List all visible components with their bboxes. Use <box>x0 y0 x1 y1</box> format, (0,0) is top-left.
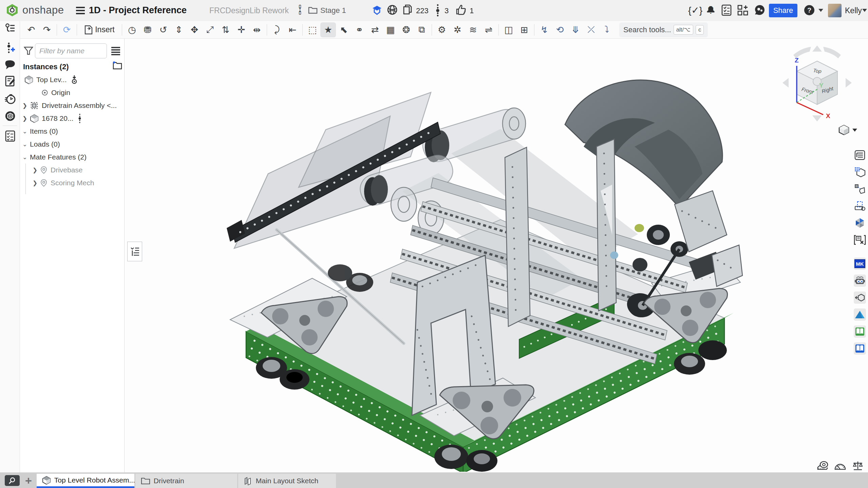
expand-chevron-icon[interactable]: ❯ <box>33 167 40 174</box>
blue-book-app-icon[interactable] <box>854 342 866 355</box>
collapse-chevron-icon[interactable]: ⌄ <box>22 141 30 148</box>
planar-mate-icon[interactable]: ✥ <box>187 22 202 37</box>
workspace-name[interactable]: Stage 1 <box>320 6 346 15</box>
belt-relation-icon[interactable]: ⇌ <box>481 22 496 37</box>
tape-measure-icon[interactable] <box>816 459 829 472</box>
tree-item-top-level[interactable]: Top Lev... <box>24 73 78 86</box>
search-tabs-button[interactable] <box>5 475 20 486</box>
ai-advisor-icon[interactable] <box>754 4 766 16</box>
graphics-viewport[interactable]: Top Front Right Z X Y <box>125 39 868 472</box>
checklist-icon[interactable] <box>4 130 16 142</box>
cylindrical-mate-icon[interactable]: ⤢ <box>202 22 218 37</box>
named-views-icon[interactable] <box>854 200 866 212</box>
snap-mode-icon[interactable]: ⤸ <box>269 22 285 37</box>
tree-item-1678[interactable]: ❯ 1678 20... <box>22 112 81 125</box>
share-button[interactable]: Share <box>769 4 797 17</box>
tree-item-origin[interactable]: Origin <box>41 86 70 99</box>
green-book-app-icon[interactable] <box>854 325 866 338</box>
collapse-chevron-icon[interactable]: ⌄ <box>22 128 30 135</box>
hamburger-menu-icon[interactable] <box>75 6 86 15</box>
list-view-icon[interactable] <box>111 46 121 56</box>
tree-item-scoring-mech[interactable]: ❯ Scoring Mech <box>33 176 94 189</box>
export-cube-app-icon[interactable] <box>854 292 866 304</box>
robot-assembly-model[interactable] <box>214 45 753 472</box>
bom-panel-icon[interactable] <box>854 149 866 161</box>
mirror-icon[interactable]: ⧉ <box>414 22 430 37</box>
selection-pattern-icon[interactable]: ⬚ <box>305 22 320 37</box>
screw-relation-icon[interactable]: ≋ <box>465 22 481 37</box>
protractor-icon[interactable] <box>834 459 846 472</box>
filter-input[interactable] <box>35 43 107 58</box>
select-part-icon[interactable]: ⬉ <box>336 22 352 37</box>
notes-icon[interactable] <box>4 75 16 87</box>
revolute-mate-icon[interactable]: ↺ <box>155 22 171 37</box>
search-tools[interactable]: Search tools... alt/⌥ c <box>619 22 708 37</box>
slider-mate-icon[interactable]: ⇕ <box>171 22 187 37</box>
tree-section-items[interactable]: ⌄ Items (0) <box>22 125 58 138</box>
history-icon[interactable] <box>4 93 16 105</box>
ball-mate-icon[interactable]: ✛ <box>233 22 249 37</box>
replace-instance-icon[interactable]: ⇄ <box>367 22 383 37</box>
collapse-chevron-icon[interactable]: ⌄ <box>22 154 30 161</box>
community-help-icon[interactable] <box>4 111 16 122</box>
interference-icon[interactable]: ⤫ <box>583 22 599 37</box>
comments-icon[interactable] <box>4 59 16 71</box>
insert-button[interactable]: Insert <box>79 22 120 37</box>
hide-mates-icon[interactable]: ◫ <box>501 22 516 37</box>
in-context-icon[interactable] <box>854 183 866 195</box>
tangent-mate-icon[interactable]: ⇹ <box>249 22 265 37</box>
add-tab-button[interactable]: + <box>25 474 32 487</box>
sync-button[interactable]: ⟳ <box>59 22 75 37</box>
measure-path-icon[interactable]: ↯ <box>536 22 552 37</box>
mate-width-icon[interactable]: ⇤ <box>285 22 300 37</box>
mass-properties-icon[interactable] <box>852 459 864 472</box>
documents-panel-icon[interactable] <box>4 22 16 34</box>
tab-drivetrain[interactable]: Drivetrain <box>135 474 237 488</box>
public-globe-icon[interactable] <box>387 4 398 15</box>
learning-icon[interactable] <box>372 5 382 16</box>
frame-studio-icon[interactable]: ⊞ <box>516 22 532 37</box>
view-cube-body[interactable]: Top Front Right <box>797 61 837 105</box>
help-caret-icon[interactable] <box>818 9 823 12</box>
like-icon[interactable] <box>455 4 467 15</box>
tasks-icon[interactable] <box>721 4 732 16</box>
linear-pattern-icon[interactable]: ▦ <box>383 22 398 37</box>
tree-section-mate-features[interactable]: ⌄ Mate Features (2) <box>22 151 87 164</box>
tab-main-layout-sketch[interactable]: Main Layout Sketch <box>238 474 336 488</box>
view-cube[interactable]: Top Front Right Z X Y <box>780 45 854 123</box>
versions-icon[interactable] <box>435 4 440 17</box>
robot-app-icon[interactable] <box>854 275 866 287</box>
rack-relation-icon[interactable]: ✲ <box>450 22 465 37</box>
tree-item-drivebase[interactable]: ❯ Drivebase <box>33 164 83 176</box>
copies-icon[interactable] <box>402 4 413 15</box>
user-caret-icon[interactable] <box>862 9 867 12</box>
drop-parts-icon[interactable]: ⤋ <box>568 22 583 37</box>
gear-relation-icon[interactable]: ⚙ <box>434 22 450 37</box>
expand-chevron-icon[interactable]: ❯ <box>22 102 30 109</box>
link-icon[interactable]: 🔗︎ <box>294 3 307 17</box>
feature-script-icon[interactable]: {✓} <box>688 5 702 16</box>
render-mode-selector[interactable] <box>838 124 857 136</box>
pin-slot-mate-icon[interactable]: ⇅ <box>218 22 233 37</box>
mate-icon[interactable]: ◷ <box>124 22 140 37</box>
tree-section-loads[interactable]: ⌄ Loads (0) <box>22 138 60 151</box>
apps-grid-icon[interactable] <box>737 4 749 16</box>
hexagon-app-icon[interactable] <box>854 217 866 229</box>
collapse-panel-button[interactable] <box>127 242 142 261</box>
fx-app-icon[interactable] <box>854 234 866 246</box>
revolve-view-icon[interactable]: ⟲ <box>552 22 568 37</box>
mkcad-app-icon[interactable]: MK <box>854 258 866 270</box>
triangle-app-icon[interactable] <box>854 308 866 321</box>
undo-button[interactable]: ↶ <box>23 22 39 37</box>
configurations-icon[interactable] <box>854 166 866 178</box>
onshape-logo-icon[interactable] <box>5 3 19 17</box>
notifications-bell-icon[interactable]: 🔔︎ <box>706 5 716 16</box>
create-version-icon[interactable] <box>4 42 16 54</box>
explode-icon[interactable]: ⤵ <box>599 22 615 37</box>
tree-item-drivetrain-assembly[interactable]: ❯ Drivetrain Assembly <... <box>22 99 117 112</box>
replicate-icon[interactable]: ⚭ <box>352 22 367 37</box>
help-icon[interactable]: ? <box>804 4 815 16</box>
expand-chevron-icon[interactable]: ❯ <box>33 180 40 187</box>
named-positions-icon[interactable]: ★ <box>320 22 336 37</box>
expand-chevron-icon[interactable]: ❯ <box>22 115 30 122</box>
